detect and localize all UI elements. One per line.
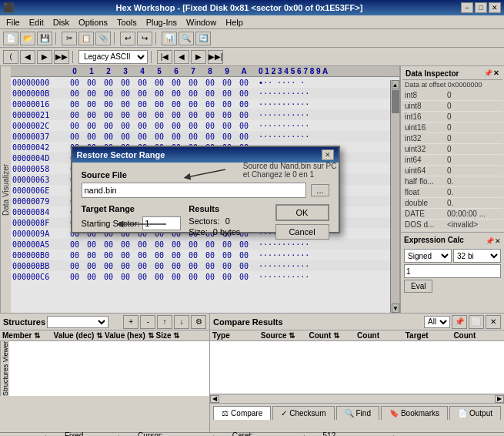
menu-item-window[interactable]: Window [182,17,221,28]
scroll-right-arrow[interactable]: ▶ [495,395,504,403]
compare-filter-dropdown[interactable]: All [424,316,450,328]
output-tab-label: Output [469,409,492,418]
menu-item-options[interactable]: Options [74,17,112,28]
menu-item-tools[interactable]: Tools [112,17,142,28]
checksum-tab[interactable]: ✓ Checksum [272,406,334,420]
paste-button[interactable]: 📎 [95,32,111,45]
replace-button[interactable]: 🔄 [195,32,211,45]
expr-input[interactable] [404,264,501,278]
output-tab-icon: 📄 [458,409,467,418]
table-row: half flo...0. [402,176,502,187]
sectors-value: 0 [225,216,230,226]
bottom-area: Structures + - ↑ ↓ ⚙ Member ⇅ Value (dec… [0,313,504,432]
menu-item-file[interactable]: File [2,17,25,28]
left-sidebar: Data Visualizer [0,66,11,313]
table-row: uint160 [402,122,502,133]
sectors-row: Sectors: 0 [189,216,267,226]
toolbar-1: 📄 📂 💾 ✂ 📋 📎 ↩ ↪ 📊 🔍 🔄 [0,29,504,48]
chart-button[interactable]: 📊 [162,32,177,45]
struct-up-button[interactable]: ↑ [157,315,172,329]
copy-button[interactable]: 📋 [78,32,94,45]
struct-remove-button[interactable]: - [140,315,155,329]
value-dec-col-header: Value (dec) ⇅ [54,331,105,340]
compare-tab-icon: ⚖ [222,409,229,418]
bits-dropdown[interactable]: 32 bi [453,249,501,263]
all-button[interactable]: ▶▶| [208,50,223,64]
compare-expand-button[interactable]: ⬜ [469,315,484,329]
table-row: int160 [402,112,502,122]
redo-button[interactable]: ↪ [137,32,152,45]
find-tab[interactable]: 🔍 Find [336,406,379,420]
minimize-button[interactable]: − [461,2,473,13]
encoding-dropdown[interactable]: Legacy ASCII [78,50,148,64]
structures-header-row: Member ⇅ Value (dec) ⇅ Value (hex) ⇅ Siz… [0,330,209,341]
calc-pin-icon[interactable]: 📌 [486,237,494,245]
separator-5 [151,51,154,63]
bookmarks-tab[interactable]: 🔖 Bookmarks [381,406,448,420]
structures-panel: Structures + - ↑ ↓ ⚙ Member ⇅ Value (dec… [0,314,210,432]
goto-button[interactable]: ⟨ [3,50,18,64]
new-button[interactable]: 📄 [3,32,18,45]
source-file-label: Source File [82,170,329,179]
back-button[interactable]: ◀ [20,50,35,64]
structures-dropdown[interactable] [47,316,108,328]
compare-pin-button[interactable]: 📌 [452,315,467,329]
separator-2 [114,32,117,45]
right-panel: Data Inspector 📌 ✕ Data at offset 0x0000… [400,66,504,313]
cut-button[interactable]: ✂ [62,32,77,45]
menu-item-help[interactable]: Help [221,17,248,28]
cancel-button[interactable]: Cancel [275,224,329,240]
menu-item-plug-ins[interactable]: Plug-Ins [142,17,182,28]
data-inspector-title: Data Inspector 📌 ✕ [402,68,502,80]
source-file-input[interactable] [82,183,307,198]
restore-sector-modal: Restore Sector Range ✕ Source File ... [71,146,340,233]
compare-tab[interactable]: ⚖ Compare [213,406,271,420]
find-button[interactable]: 🔍 [179,32,194,45]
data-inspector-table: int80 uint80 int160 uint160 int320 uint3… [402,90,502,230]
menu-bar: FileEditDiskOptionsToolsPlug-InsWindowHe… [0,15,504,29]
modal-body: Source File ... Source du Nand.bin sur P… [72,163,339,232]
modal-close-button[interactable]: ✕ [322,149,334,160]
inspector-pin-icon[interactable]: 📌 [484,69,492,78]
play-button[interactable]: ▶ [191,50,206,64]
table-row: int640 [402,155,502,166]
cursor-status: Cursor: 00000001 [138,431,195,437]
save-button[interactable]: 💾 [37,32,52,45]
signed-dropdown[interactable]: Signed [404,249,452,263]
output-tab[interactable]: 📄 Output [449,406,501,420]
window-title: Hex Workshop - [Fixed Disk 0x81 <sector … [18,3,461,12]
compare-close-button[interactable]: ✕ [486,315,501,329]
begin-button[interactable]: |◀ [157,50,172,64]
caret-status: Caret: 00000000 [232,431,285,437]
inspector-close-icon[interactable]: ✕ [493,69,499,78]
compare-tab-label: Compare [231,409,262,418]
menu-item-disk[interactable]: Disk [48,17,74,28]
prev-button[interactable]: ◀ [174,50,189,64]
data-at-offset: Data at offset 0x0000000 [402,80,502,90]
end-button[interactable]: ▶▶ [54,50,69,64]
type-col-header: Type [212,331,261,340]
calc-close-icon[interactable]: ✕ [495,237,501,245]
horizontal-scrollbar[interactable]: ◀ ▶ [210,394,504,403]
checksum-tab-label: Checksum [289,409,325,418]
table-row: uint80 [402,101,502,112]
struct-add-button[interactable]: + [123,315,139,329]
count-col-header-1: Count ⇅ [309,331,357,340]
maximize-button[interactable]: □ [475,2,487,13]
value-hex-col-header: Value (hex) ⇅ [105,331,156,340]
browse-button[interactable]: ... [311,184,329,196]
count-col-header-2: Count [357,331,406,340]
struct-settings-button[interactable]: ⚙ [191,315,206,329]
struct-down-button[interactable]: ↓ [174,315,189,329]
hex-editor[interactable]: 0 1 2 3 4 5 6 7 8 9 A 0 1 2 3 4 5 6 7 8 … [11,66,400,313]
eval-button[interactable]: Eval [404,280,432,293]
close-button[interactable]: ✕ [489,2,501,13]
checksum-tab-icon: ✓ [281,409,287,418]
scroll-left-arrow[interactable]: ◀ [210,395,219,403]
undo-button[interactable]: ↩ [120,32,135,45]
forward-button[interactable]: ▶ [37,50,52,64]
results-section: Results Sectors: 0 Size: 0 bytes [189,204,267,236]
open-button[interactable]: 📂 [20,32,35,45]
menu-item-edit[interactable]: Edit [25,17,48,28]
ok-button[interactable]: OK [275,204,329,221]
